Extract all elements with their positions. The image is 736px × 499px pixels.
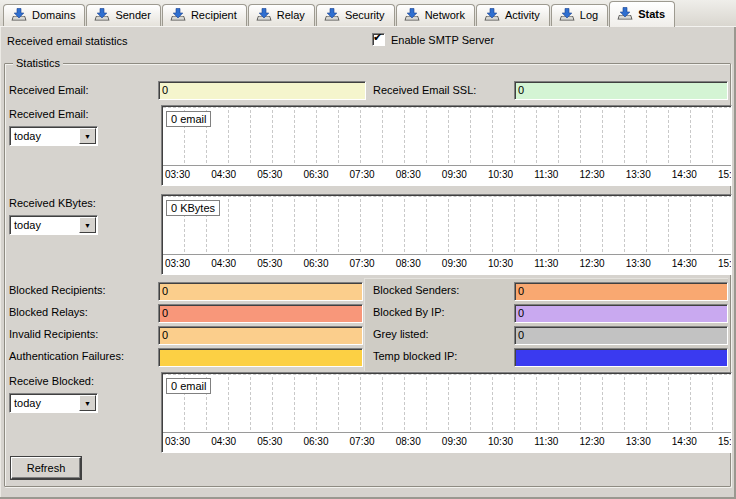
tab-security[interactable]: Security (316, 4, 395, 26)
x-tick-label: 04:30 (211, 436, 236, 447)
chart-plot-area: 0 email (163, 374, 732, 433)
authentication-failures-field[interactable] (158, 348, 363, 367)
tab-label: Sender (115, 9, 150, 21)
x-tick-label: 04:30 (211, 258, 236, 269)
temp-blocked-ip-field[interactable] (514, 348, 728, 367)
x-tick-label: 05:30 (257, 436, 282, 447)
blocked-recipients-field[interactable]: 0 (158, 282, 363, 301)
tab-activity[interactable]: Activity (476, 4, 550, 26)
checkmark-icon: ✔ (373, 31, 382, 44)
x-tick-label: 07:30 (350, 169, 375, 180)
tab-label: Activity (505, 9, 540, 21)
x-tick-label: 09:30 (442, 258, 467, 269)
tab-domains[interactable]: Domains (3, 4, 85, 26)
x-tick-label: 11:30 (534, 169, 558, 180)
chart-legend: 0 email (166, 111, 211, 127)
refresh-button[interactable]: Refresh (11, 457, 81, 479)
received-email-total-field[interactable]: 0 (158, 81, 366, 100)
invalid-recipients-field[interactable]: 0 (158, 326, 363, 345)
x-tick-label: 10:30 (488, 436, 513, 447)
x-tick-label: 08:30 (396, 258, 421, 269)
groupbox-title: Statistics (13, 57, 63, 69)
receive-blocked-chart: 0 email 03:3004:3005:3006:3007:3008:3009… (161, 372, 732, 453)
chart-x-axis: 03:3004:3005:3006:3007:3008:3009:3010:30… (165, 258, 732, 269)
x-tick-label: 11:30 (534, 258, 558, 269)
received-email-ssl-label: Received Email SSL: (373, 84, 476, 96)
x-tick-label: 14:30 (672, 436, 697, 447)
chart-x-axis: 03:3004:3005:3006:3007:3008:3009:3010:30… (165, 169, 732, 180)
chart-plot-area: 0 email (163, 107, 732, 166)
page-description: Received email statistics (7, 35, 127, 47)
blocked-relays-field[interactable]: 0 (158, 304, 363, 323)
x-tick-label: 03:30 (165, 436, 190, 447)
tab-network[interactable]: Network (396, 4, 475, 26)
x-tick-label: 03:30 (165, 258, 190, 269)
x-tick-label: 10:30 (488, 258, 513, 269)
statistics-groupbox: Statistics Received Email: 0 Received Em… (4, 63, 731, 487)
tab-stats[interactable]: Stats (609, 1, 675, 27)
x-tick-label: 07:30 (350, 436, 375, 447)
receive-blocked-chart-label: Receive Blocked: (9, 375, 94, 387)
x-tick-label: 13:30 (626, 258, 651, 269)
temp-blocked-ip-label: Temp blocked IP: (373, 350, 457, 362)
received-kbytes-chart-label: Received KBytes: (9, 197, 96, 209)
received-email-chart-label: Received Email: (9, 108, 88, 120)
x-tick-label: 14:30 (672, 258, 697, 269)
x-tick-label: 15:30 (718, 169, 732, 180)
period-value: today (14, 219, 41, 231)
blocked-by-ip-label: Blocked By IP: (373, 306, 445, 318)
tab-relay[interactable]: Relay (248, 4, 315, 26)
x-tick-label: 12:30 (580, 169, 605, 180)
x-tick-label: 09:30 (442, 169, 467, 180)
x-tick-label: 11:30 (534, 436, 558, 447)
invalid-recipients-label: Invalid Recipients: (9, 328, 98, 340)
x-tick-label: 14:30 (672, 169, 697, 180)
blocked-recipients-label: Blocked Recipients: (9, 284, 106, 296)
x-tick-label: 05:30 (257, 258, 282, 269)
x-tick-label: 15:30 (718, 436, 732, 447)
stats-tab-panel: Received email statistics ✔ Enable SMTP … (0, 27, 736, 499)
received-email-period-select[interactable]: today ▼ (9, 126, 98, 146)
receive-blocked-period-select[interactable]: today ▼ (9, 393, 98, 413)
x-tick-label: 07:30 (350, 258, 375, 269)
blocked-senders-field[interactable]: 0 (514, 282, 728, 301)
tab-label: Recipient (191, 9, 237, 21)
x-tick-label: 06:30 (303, 436, 328, 447)
chart-plot-area: 0 KBytes (163, 196, 732, 255)
tab-log[interactable]: Log (551, 4, 608, 26)
x-tick-label: 06:30 (303, 169, 328, 180)
blocked-by-ip-field[interactable]: 0 (514, 304, 728, 323)
mail-inbox-icon (559, 8, 575, 21)
mail-inbox-icon (94, 8, 110, 21)
enable-smtp-checkbox[interactable]: ✔ (372, 33, 385, 46)
x-tick-label: 12:30 (580, 436, 605, 447)
tab-label: Network (425, 9, 465, 21)
blocked-senders-label: Blocked Senders: (373, 284, 459, 296)
tab-recipient[interactable]: Recipient (162, 4, 247, 26)
x-tick-label: 13:30 (626, 169, 651, 180)
x-tick-label: 08:30 (396, 436, 421, 447)
period-value: today (14, 397, 41, 409)
authentication-failures-label: Authentication Failures: (9, 350, 124, 362)
x-tick-label: 08:30 (396, 169, 421, 180)
tab-label: Stats (638, 8, 665, 20)
x-tick-label: 09:30 (442, 436, 467, 447)
chart-legend: 0 KBytes (166, 200, 220, 216)
tab-label: Relay (277, 9, 305, 21)
received-email-total-label: Received Email: (9, 84, 88, 96)
mail-inbox-icon (484, 8, 500, 21)
received-email-ssl-field[interactable]: 0 (514, 81, 728, 100)
mail-inbox-icon (324, 8, 340, 21)
received-kbytes-period-select[interactable]: today ▼ (9, 215, 98, 235)
x-tick-label: 04:30 (211, 169, 236, 180)
chevron-down-icon[interactable]: ▼ (79, 128, 96, 144)
received-email-chart: 0 email 03:3004:3005:3006:3007:3008:3009… (161, 105, 732, 186)
chevron-down-icon[interactable]: ▼ (79, 395, 96, 411)
mail-inbox-icon (256, 8, 272, 21)
chart-legend: 0 email (166, 378, 211, 394)
chevron-down-icon[interactable]: ▼ (79, 217, 96, 233)
tab-sender[interactable]: Sender (86, 4, 160, 26)
tab-label: Domains (32, 9, 75, 21)
enable-smtp-row: ✔ Enable SMTP Server (372, 33, 494, 46)
grey-listed-field[interactable]: 0 (514, 326, 728, 345)
